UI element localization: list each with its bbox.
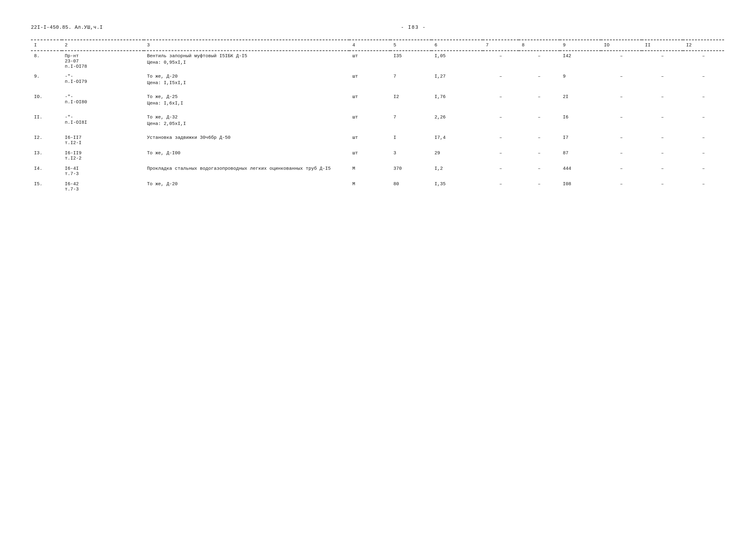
row-col9: 2I (560, 92, 601, 112)
row-num: I4. (31, 164, 62, 179)
row-ref: I6-4Iт.7-3 (62, 164, 144, 179)
row-col12: – (683, 72, 724, 92)
row-col12: – (683, 179, 724, 195)
row-col7: – (483, 92, 519, 112)
col-header-4: 4 (349, 40, 390, 51)
row-col10: – (601, 112, 642, 133)
row-ref: I6-II7т.I2-I (62, 133, 144, 148)
table-body: 8. Пр-нт23-07п.I-OI78 Вентиль запорный м… (31, 51, 724, 195)
row-col11: – (642, 179, 683, 195)
row-num: 8. (31, 51, 62, 72)
row-col10: – (601, 72, 642, 92)
col-header-5: 5 (390, 40, 432, 51)
row-desc: Вентиль запорный муфтовый I5IБК Д-I5 (144, 51, 349, 59)
table-row: I4. I6-4Iт.7-3 Прокладка стальных водога… (31, 164, 724, 179)
row-ref: Пр-нт23-07п.I-OI78 (62, 51, 144, 72)
col-header-9: 9 (560, 40, 601, 51)
row-col12: – (683, 133, 724, 148)
row-desc: То же, Д-I00 (144, 148, 349, 164)
col-header-11: II (642, 40, 683, 51)
row-qty: 370 (390, 164, 432, 179)
row-desc: То же, Д-20 (144, 179, 349, 195)
row-col8: – (519, 51, 560, 72)
row-col9: 87 (560, 148, 601, 164)
row-qty: 7 (390, 72, 432, 92)
table-row: IO. -"-п.I-OI80 То же, Д-25 шт I2 I,76 –… (31, 92, 724, 100)
row-price-note: Цена: 2,05хI,I (144, 121, 349, 133)
row-col10: – (601, 51, 642, 72)
column-header-row: I 2 3 4 5 6 7 8 9 IO II I2 (31, 40, 724, 51)
row-col11: – (642, 133, 683, 148)
row-price: I,35 (432, 179, 483, 195)
row-unit: шт (349, 112, 390, 133)
row-num: I5. (31, 179, 62, 195)
row-desc: То же, Д-20 (144, 72, 349, 80)
row-price: I,27 (432, 72, 483, 92)
row-col12: – (683, 51, 724, 72)
row-col11: – (642, 112, 683, 133)
row-col9: I7 (560, 133, 601, 148)
row-unit: шт (349, 51, 390, 72)
row-col11: – (642, 92, 683, 112)
row-col8: – (519, 72, 560, 92)
row-col10: – (601, 92, 642, 112)
row-col9: I6 (560, 112, 601, 133)
row-col12: – (683, 112, 724, 133)
header-left: 22I-I-450.85. Ал.УШ,ч.I (31, 25, 103, 30)
row-unit: М (349, 179, 390, 195)
row-unit: шт (349, 72, 390, 92)
row-qty: 80 (390, 179, 432, 195)
row-qty: 3 (390, 148, 432, 164)
row-price-note: Цена: I,6хI,I (144, 100, 349, 112)
row-price-note: Цена: 0,95хI,I (144, 59, 349, 72)
row-col11: – (642, 72, 683, 92)
row-col10: – (601, 164, 642, 179)
row-col7: – (483, 72, 519, 92)
row-col12: – (683, 92, 724, 112)
row-desc: То же, Д-25 (144, 92, 349, 100)
row-col12: – (683, 164, 724, 179)
row-col10: – (601, 179, 642, 195)
row-col9: 444 (560, 164, 601, 179)
main-table: I 2 3 4 5 6 7 8 9 IO II I2 8. Пр-нт23-07… (31, 40, 724, 195)
row-price: I,05 (432, 51, 483, 72)
row-num: IO. (31, 92, 62, 112)
row-qty: I35 (390, 51, 432, 72)
row-col7: – (483, 51, 519, 72)
row-unit: шт (349, 133, 390, 148)
row-col8: – (519, 133, 560, 148)
table-row: 8. Пр-нт23-07п.I-OI78 Вентиль запорный м… (31, 51, 724, 59)
row-col11: – (642, 164, 683, 179)
row-qty: 7 (390, 112, 432, 133)
row-unit: шт (349, 92, 390, 112)
row-col10: – (601, 133, 642, 148)
row-ref: -"-п.I-OI80 (62, 92, 144, 112)
row-col7: – (483, 179, 519, 195)
row-ref: -"-п.I-OI79 (62, 72, 144, 92)
row-price: 29 (432, 148, 483, 164)
row-num: II. (31, 112, 62, 133)
row-qty: I (390, 133, 432, 148)
table-row: I2. I6-II7т.I2-I Установка задвижки 30ч6… (31, 133, 724, 148)
row-col7: – (483, 164, 519, 179)
row-num: I3. (31, 148, 62, 164)
row-desc: Прокладка стальных водогазопроводных лег… (144, 164, 349, 179)
table-row: I3. I6-II9т.I2-2 То же, Д-I00 шт 3 29 – … (31, 148, 724, 164)
row-ref: -"-п.I-OI8I (62, 112, 144, 133)
header-center: - I83 - (401, 25, 426, 30)
row-col7: – (483, 148, 519, 164)
col-header-6: 6 (432, 40, 483, 51)
table-row: I5. I6-42т.7-3 То же, Д-20 М 80 I,35 – –… (31, 179, 724, 195)
col-header-8: 8 (519, 40, 560, 51)
row-col8: – (519, 179, 560, 195)
row-desc: Установка задвижки 30ч6бр Д-50 (144, 133, 349, 148)
row-col9: I08 (560, 179, 601, 195)
row-col7: – (483, 133, 519, 148)
row-price: I,2 (432, 164, 483, 179)
row-unit: шт (349, 148, 390, 164)
col-header-10: IO (601, 40, 642, 51)
row-col9: I42 (560, 51, 601, 72)
table-row: 9. -"-п.I-OI79 То же, Д-20 шт 7 I,27 – –… (31, 72, 724, 80)
header: 22I-I-450.85. Ал.УШ,ч.I - I83 - (31, 25, 724, 30)
row-col8: – (519, 92, 560, 112)
